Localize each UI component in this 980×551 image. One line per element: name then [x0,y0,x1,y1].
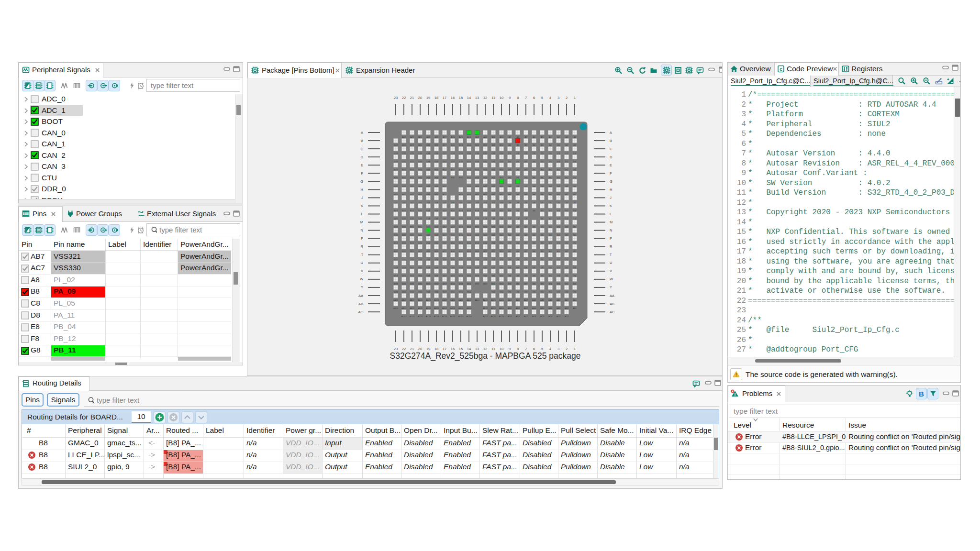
svg-text:R2: R2 [565,250,568,253]
svg-text:AC14: AC14 [467,315,472,318]
svg-text:M: M [610,220,612,224]
svg-text:7: 7 [525,347,527,351]
svg-text:M12: M12 [483,226,488,228]
svg-text:B2: B2 [565,144,568,146]
svg-text:M2: M2 [565,226,568,228]
svg-text:J5: J5 [541,201,544,204]
svg-text:P7: P7 [524,242,527,244]
svg-text:V8: V8 [516,275,519,277]
svg-text:B7: B7 [524,144,527,146]
svg-text:G12: G12 [483,185,488,187]
svg-text:C10: C10 [500,152,503,154]
svg-text:J22: J22 [402,201,406,204]
svg-text:AC: AC [358,310,364,314]
svg-text:J4: J4 [549,201,552,204]
svg-text:K20: K20 [418,209,422,212]
svg-text:K15: K15 [459,209,463,212]
svg-text:E7: E7 [524,168,527,171]
svg-text:c: c [780,66,782,72]
svg-text:R14: R14 [467,250,471,253]
svg-text:T18: T18 [434,258,438,261]
svg-text:J23: J23 [394,201,398,204]
svg-text:W15: W15 [459,283,463,285]
svg-text:10: 10 [500,347,503,351]
svg-text:E6: E6 [533,168,535,171]
svg-text:M19: M19 [426,226,431,228]
svg-text:F3: F3 [557,176,560,179]
svg-text:AA16: AA16 [450,299,456,301]
svg-text:F22: F22 [402,176,406,179]
svg-text:14: 14 [467,96,471,100]
svg-text:AA20: AA20 [418,299,423,301]
svg-text:P: P [610,236,612,241]
svg-text:U9: U9 [508,266,511,269]
svg-text:1: 1 [574,347,576,351]
svg-text:J3: J3 [557,201,560,204]
svg-text:T13: T13 [475,258,479,261]
svg-text:G23: G23 [394,185,398,187]
svg-text:AC5: AC5 [540,315,545,318]
svg-text:U21: U21 [410,266,414,269]
svg-text:D23: D23 [394,160,398,163]
svg-text:AA: AA [610,294,614,298]
svg-text:V7: V7 [524,275,527,277]
svg-text:T21: T21 [410,258,414,261]
svg-text:T10: T10 [500,258,503,261]
svg-text:H8: H8 [516,193,519,196]
svg-text:T14: T14 [467,258,471,261]
svg-text:C8: C8 [516,152,519,154]
svg-text:A6: A6 [533,136,535,138]
svg-text:AC: AC [610,310,615,314]
svg-text:J21: J21 [411,201,414,204]
svg-text:G4: G4 [549,185,552,187]
svg-text:T20: T20 [418,258,422,261]
svg-text:A12: A12 [483,136,487,138]
svg-text:Y17: Y17 [443,291,446,293]
svg-text:L5: L5 [541,218,544,220]
svg-text:L20: L20 [419,218,423,220]
svg-text:P10: P10 [500,242,503,244]
svg-text:17: 17 [443,96,446,100]
svg-text:AC9: AC9 [508,315,512,318]
svg-text:3: 3 [557,347,559,351]
svg-text:AB: AB [358,302,363,306]
svg-text:N10: N10 [500,234,503,236]
svg-text:N3: N3 [557,234,560,236]
svg-text:AC7: AC7 [524,315,528,318]
svg-text:V: V [610,269,612,273]
svg-text:Y3: Y3 [557,291,560,293]
svg-text:D12: D12 [483,160,487,163]
svg-text:D18: D18 [434,160,438,163]
svg-text:E19: E19 [426,168,430,171]
svg-text:T12: T12 [483,258,487,261]
svg-text:C12: C12 [483,152,487,154]
svg-text:P8: P8 [516,242,519,244]
svg-text:AB12: AB12 [483,307,488,309]
svg-text:W18: W18 [434,283,439,285]
svg-text:Y23: Y23 [394,291,398,293]
svg-text:G3: G3 [557,185,560,187]
svg-text:A14: A14 [467,136,471,138]
svg-text:F14: F14 [467,176,471,179]
svg-text:G7: G7 [524,185,527,187]
svg-text:C11: C11 [491,152,495,154]
svg-text:H11: H11 [491,193,495,196]
svg-text:AA4: AA4 [548,299,553,301]
svg-text:V1: V1 [573,275,576,277]
svg-text:L10: L10 [500,218,504,220]
svg-text:AC11: AC11 [491,315,496,318]
svg-text:P23: P23 [394,242,398,244]
svg-text:L14: L14 [468,218,471,220]
svg-text:W19: W19 [426,283,431,285]
svg-text:L23: L23 [394,218,398,220]
svg-text:L8: L8 [517,218,519,220]
svg-text:P18: P18 [434,242,438,244]
svg-text:R: R [361,244,364,249]
svg-text:F21: F21 [410,176,414,179]
svg-text:E1: E1 [573,168,576,171]
svg-text:P19: P19 [426,242,430,244]
svg-text:AA21: AA21 [410,299,415,301]
svg-text:E8: E8 [516,168,519,171]
svg-text:A16: A16 [451,136,455,138]
svg-text:F1: F1 [574,176,577,179]
